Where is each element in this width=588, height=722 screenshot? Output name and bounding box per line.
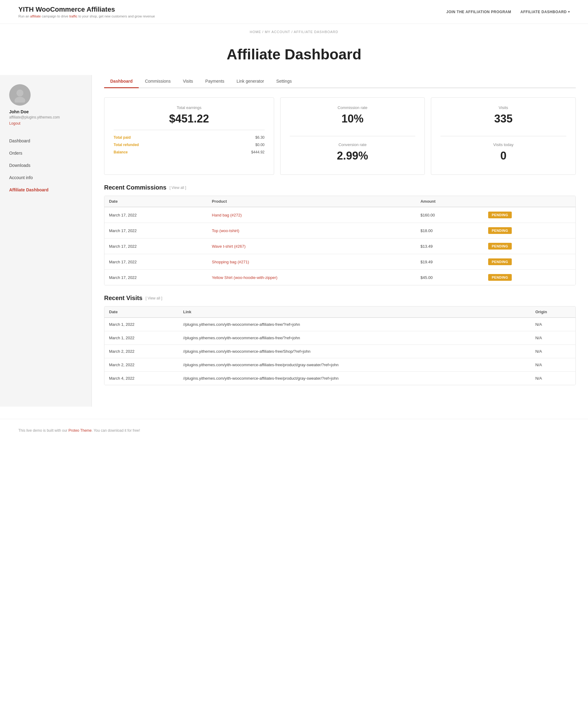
user-name: John Doe	[9, 109, 29, 114]
sidebar-profile: John Doe affiliate@plugins.yithemes.com …	[0, 75, 91, 132]
product-link-3[interactable]: Wave t-shirt (#267)	[212, 244, 246, 249]
breadcrumb-sep1: /	[262, 30, 265, 34]
visit-link-2: //plugins.yithemes.com/yith-woocommerce-…	[178, 331, 531, 345]
pending-badge-5: PENDING	[488, 274, 512, 281]
tab-payments[interactable]: Payments	[199, 75, 230, 88]
breadcrumb: HOME / MY ACCOUNT / AFFILIATE DASHBOARD	[0, 24, 588, 40]
visits-table-body: March 1, 2022 //plugins.yithemes.com/yit…	[104, 318, 575, 385]
commission-label: Commission rate	[290, 105, 416, 110]
product-link-5[interactable]: Yellow Shirt (woo-hoodie-with-zipper)	[212, 275, 277, 280]
tab-link-generator[interactable]: Link generator	[231, 75, 270, 88]
site-branding: YITH WooCommerce Affiliates Run an affil…	[18, 5, 155, 18]
visit-date-4: March 2, 2022	[104, 358, 178, 372]
traffic-link[interactable]: traffic	[69, 14, 78, 18]
sidebar-item-orders[interactable]: Orders	[0, 147, 91, 159]
stats-section: Total earnings $451.22 Total paid $6.30 …	[104, 98, 576, 175]
commissions-view-all: [ View all ]	[169, 186, 186, 190]
svg-point-1	[15, 97, 25, 103]
footer-text-after: . You can download it for free!	[91, 428, 140, 433]
table-row: March 1, 2022 //plugins.yithemes.com/yit…	[104, 331, 575, 345]
visit-origin-1: N/A	[531, 318, 575, 331]
sidebar-item-downloads[interactable]: Downloads	[0, 159, 91, 171]
visits-value: 335	[440, 112, 566, 125]
total-paid-value: $6.30	[255, 135, 265, 140]
visit-origin-2: N/A	[531, 331, 575, 345]
tab-dashboard[interactable]: Dashboard	[104, 75, 139, 88]
commission-status-1: PENDING	[484, 207, 575, 223]
user-avatar-icon	[12, 87, 27, 103]
commission-status-2: PENDING	[484, 223, 575, 238]
visits-today-label: Visits today	[440, 142, 566, 147]
commission-amount-5: $45.00	[416, 270, 484, 285]
product-link-2[interactable]: Top (woo-tshirt)	[212, 229, 239, 233]
commission-product-4: Shopping bag (#271)	[207, 254, 416, 270]
tab-commissions[interactable]: Commissions	[139, 75, 177, 88]
commission-date-3: March 17, 2022	[104, 238, 207, 254]
visit-link-3: //plugins.yithemes.com/yith-woocommerce-…	[178, 345, 531, 358]
visits-view-all-link[interactable]: View all	[148, 296, 160, 300]
visit-origin-4: N/A	[531, 358, 575, 372]
visit-date-5: March 4, 2022	[104, 372, 178, 385]
commissions-view-all-link[interactable]: View all	[171, 186, 184, 190]
commissions-table-body: March 17, 2022 Hand bag (#272) $160.00 P…	[104, 207, 575, 285]
page-title: Affiliate Dashboard	[0, 46, 588, 63]
product-link-1[interactable]: Hand bag (#272)	[212, 213, 242, 217]
sidebar-item-affiliate-dashboard[interactable]: Affiliate Dashboard	[0, 184, 91, 196]
earnings-label: Total earnings	[113, 105, 265, 110]
table-row: March 2, 2022 //plugins.yithemes.com/yit…	[104, 345, 575, 358]
product-link-4[interactable]: Shopping bag (#271)	[212, 260, 249, 264]
affiliate-link[interactable]: affiliate	[30, 14, 41, 18]
commission-product-5: Yellow Shirt (woo-hoodie-with-zipper)	[207, 270, 416, 285]
visits-table-head: Date Link Origin	[104, 306, 575, 318]
breadcrumb-my-account[interactable]: MY ACCOUNT	[265, 30, 290, 34]
table-row: March 17, 2022 Shopping bag (#271) $19.4…	[104, 254, 575, 270]
visits-total-section: Visits 335	[440, 105, 566, 136]
visits-col-origin: Origin	[531, 306, 575, 318]
join-nav-link[interactable]: JOIN THE AFFILIATION PROGRAM	[446, 10, 511, 14]
visits-table-wrapper: Date Link Origin March 1, 2022 //plugins…	[104, 306, 576, 385]
commission-amount-4: $19.49	[416, 254, 484, 270]
visit-link-4: //plugins.yithemes.com/yith-woocommerce-…	[178, 358, 531, 372]
commission-status-4: PENDING	[484, 254, 575, 270]
table-row: March 2, 2022 //plugins.yithemes.com/yit…	[104, 358, 575, 372]
visits-today-value: 0	[440, 149, 566, 162]
table-row: March 17, 2022 Wave t-shirt (#267) $13.4…	[104, 238, 575, 254]
conversion-value: 2.99%	[290, 149, 416, 162]
commissions-header-row: Date Product Amount	[104, 196, 575, 207]
affiliate-dashboard-nav-link[interactable]: AFFILIATE DASHBOARD	[520, 10, 570, 14]
visits-card: Visits 335 Visits today 0	[431, 98, 576, 175]
table-row: March 1, 2022 //plugins.yithemes.com/yit…	[104, 318, 575, 331]
avatar	[9, 84, 30, 106]
tab-settings[interactable]: Settings	[270, 75, 298, 88]
commission-amount-3: $13.49	[416, 238, 484, 254]
sidebar-item-account-info[interactable]: Account info	[0, 171, 91, 184]
footer-theme-link[interactable]: Proteo Theme	[68, 428, 91, 433]
logout-link[interactable]: Logout	[9, 121, 21, 126]
sidebar-item-dashboard[interactable]: Dashboard	[0, 135, 91, 147]
visits-today-section: Visits today 0	[440, 136, 566, 162]
col-date: Date	[104, 196, 207, 207]
site-tagline: Run an affiliate campaign to drive traff…	[18, 14, 155, 18]
commission-amount-2: $18.00	[416, 223, 484, 238]
conversion-label: Conversion rate	[290, 142, 416, 147]
commission-amount-1: $160.00	[416, 207, 484, 223]
site-title: YITH WooCommerce Affiliates	[18, 5, 155, 14]
visits-title: Recent Visits	[104, 295, 142, 302]
breadcrumb-home[interactable]: HOME	[250, 30, 261, 34]
col-status	[484, 196, 575, 207]
visits-header-row: Date Link Origin	[104, 306, 575, 318]
table-row: March 17, 2022 Hand bag (#272) $160.00 P…	[104, 207, 575, 223]
pending-badge-3: PENDING	[488, 243, 512, 250]
visit-link-5: //plugins.yithemes.com/yith-woocommerce-…	[178, 372, 531, 385]
tab-visits[interactable]: Visits	[177, 75, 199, 88]
visit-origin-5: N/A	[531, 372, 575, 385]
visits-view-all: [ View all ]	[145, 296, 162, 300]
pending-badge-1: PENDING	[488, 212, 512, 218]
balance-label: Balance	[113, 150, 128, 154]
visits-col-date: Date	[104, 306, 178, 318]
visit-origin-3: N/A	[531, 345, 575, 358]
commission-rate-section: Commission rate 10%	[290, 105, 416, 136]
stat-total-paid-row: Total paid $6.30	[113, 134, 265, 141]
table-row: March 17, 2022 Top (woo-tshirt) $18.00 P…	[104, 223, 575, 238]
header-nav: JOIN THE AFFILIATION PROGRAM AFFILIATE D…	[446, 10, 570, 14]
